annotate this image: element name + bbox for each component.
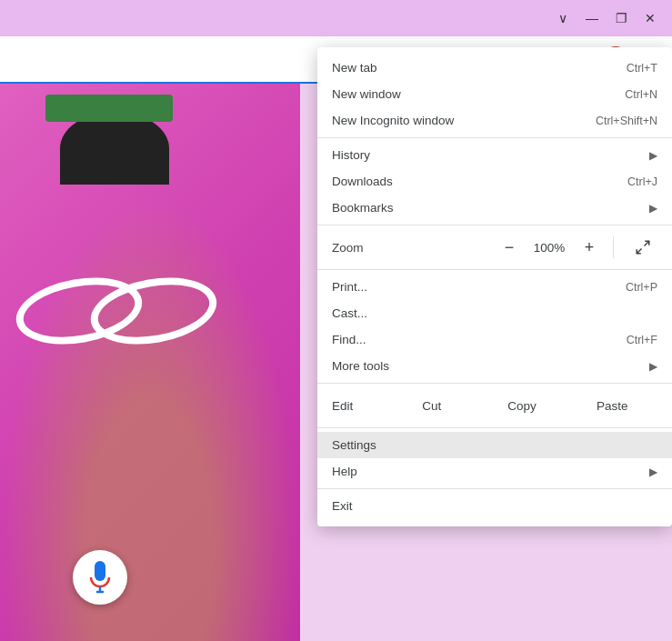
svg-line-8: [637, 249, 641, 254]
edit-row: Edit Cut Copy Paste: [317, 387, 672, 424]
menu-group-new: New tab Ctrl+T New window Ctrl+N New Inc…: [317, 51, 672, 138]
zoom-value: 100%: [526, 241, 573, 255]
menu-item-downloads[interactable]: Downloads Ctrl+J: [317, 168, 672, 195]
menu-group-tools: Print... Ctrl+P Cast... Find... Ctrl+F M…: [317, 270, 672, 384]
menu-group-history: History ▶ Downloads Ctrl+J Bookmarks ▶: [317, 138, 672, 225]
zoom-separator: [613, 236, 614, 258]
chevron-down-button[interactable]: ∨: [548, 4, 577, 33]
menu-item-new-tab[interactable]: New tab Ctrl+T: [317, 55, 672, 81]
zoom-controls: − 100% +: [493, 233, 606, 262]
menu-group-settings: Settings Help ▶: [317, 428, 672, 489]
menu-item-settings[interactable]: Settings: [317, 432, 672, 458]
page-background: [0, 84, 300, 641]
copy-button[interactable]: Copy: [476, 391, 567, 420]
menu-item-help[interactable]: Help ▶: [317, 458, 672, 485]
paste-button[interactable]: Paste: [567, 391, 657, 420]
menu-item-incognito[interactable]: New Incognito window Ctrl+Shift+N: [317, 107, 672, 134]
menu-group-edit: Edit Cut Copy Paste: [317, 384, 672, 428]
chrome-menu: New tab Ctrl+T New window Ctrl+N New Inc…: [317, 47, 672, 526]
menu-item-more-tools[interactable]: More tools ▶: [317, 353, 672, 379]
zoom-row: Zoom − 100% +: [317, 229, 672, 265]
minimize-button[interactable]: —: [577, 4, 607, 33]
zoom-minus-button[interactable]: −: [493, 233, 526, 262]
svg-line-7: [645, 241, 649, 245]
zoom-plus-button[interactable]: +: [573, 233, 606, 262]
menu-item-cast[interactable]: Cast...: [317, 300, 672, 326]
menu-group-exit: Exit: [317, 489, 672, 523]
cut-button[interactable]: Cut: [386, 391, 476, 420]
close-button[interactable]: ✕: [636, 4, 665, 33]
title-bar: ∨ — ❐ ✕: [0, 0, 672, 36]
restore-button[interactable]: ❐: [607, 4, 636, 33]
menu-item-history[interactable]: History ▶: [317, 142, 672, 168]
menu-item-exit[interactable]: Exit: [317, 493, 672, 519]
menu-item-print[interactable]: Print... Ctrl+P: [317, 274, 672, 300]
menu-group-zoom: Zoom − 100% +: [317, 225, 672, 270]
mic-button[interactable]: [73, 550, 127, 605]
svg-rect-4: [95, 561, 105, 581]
menu-item-new-window[interactable]: New window Ctrl+N: [317, 81, 672, 107]
edit-label: Edit: [332, 399, 386, 413]
menu-item-bookmarks[interactable]: Bookmarks ▶: [317, 195, 672, 221]
menu-item-find[interactable]: Find... Ctrl+F: [317, 326, 672, 353]
zoom-fullscreen-button[interactable]: [628, 233, 657, 262]
